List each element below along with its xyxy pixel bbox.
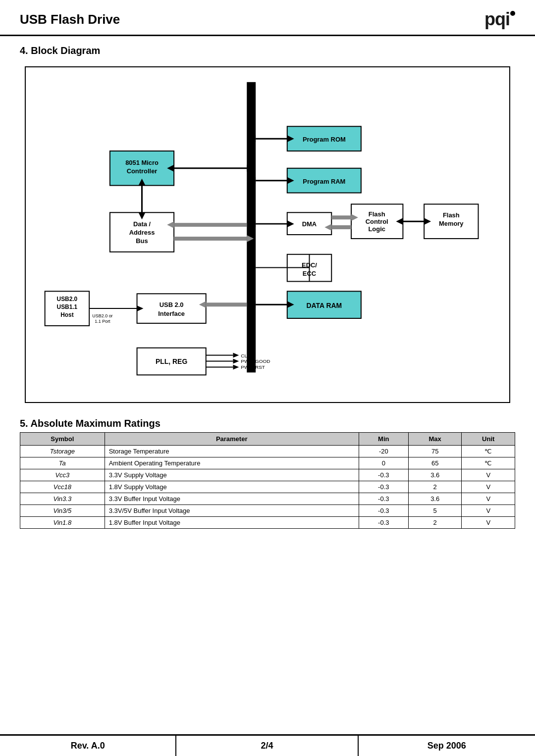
- table-cell: 3.3V Buffer Input Voltage: [105, 493, 359, 505]
- table-cell: ℃: [462, 446, 515, 457]
- table-cell: 2: [408, 481, 462, 493]
- svg-marker-77: [233, 364, 239, 369]
- table-cell: 1.8V Supply Voltage: [105, 481, 359, 493]
- table-cell: -0.3: [359, 481, 408, 493]
- svg-text:Control: Control: [366, 218, 388, 225]
- svg-text:Controller: Controller: [127, 167, 158, 175]
- table-cell: Storage Temperature: [105, 446, 359, 457]
- svg-text:Logic: Logic: [368, 225, 385, 233]
- svg-text:USB 2.0: USB 2.0: [160, 301, 184, 308]
- svg-text:Program ROM: Program ROM: [303, 136, 346, 143]
- svg-text:Flash: Flash: [443, 211, 460, 219]
- table-cell: Tstorage: [20, 446, 105, 457]
- table-cell: 3.3V/5V Buffer Input Voltage: [105, 505, 359, 517]
- svg-text:PWR_RST: PWR_RST: [241, 364, 265, 370]
- table-cell: V: [462, 505, 515, 517]
- table-row: Vin1.81.8V Buffer Input Voltage-0.32V: [20, 517, 515, 529]
- svg-text:PWR_GOOD: PWR_GOOD: [241, 358, 270, 364]
- svg-text:Host: Host: [60, 311, 73, 318]
- page-title: USB Flash Drive: [20, 12, 120, 27]
- svg-text:Program RAM: Program RAM: [303, 178, 345, 185]
- svg-text:Address: Address: [129, 229, 155, 236]
- table-row: Vin3/53.3V/5V Buffer Input Voltage-0.35V: [20, 505, 515, 517]
- table-cell: Ambient Operating Temperature: [105, 457, 359, 469]
- table-row: Vcc181.8V Supply Voltage-0.32V: [20, 481, 515, 493]
- svg-text:Bus: Bus: [136, 237, 148, 245]
- table-cell: Vin3/5: [20, 505, 105, 517]
- table-cell: V: [462, 493, 515, 505]
- table-cell: Vcc18: [20, 481, 105, 493]
- table-cell: -20: [359, 446, 408, 457]
- table-cell: 0: [359, 457, 408, 469]
- table-cell: 3.6: [408, 493, 462, 505]
- svg-text:DATA RAM: DATA RAM: [307, 302, 342, 309]
- table-cell: -0.3: [359, 469, 408, 481]
- col-parameter: Parameter: [105, 433, 359, 446]
- table-row: Vin3.33.3V Buffer Input Voltage-0.33.6V: [20, 493, 515, 505]
- col-unit: Unit: [462, 433, 515, 446]
- svg-text:Data /: Data /: [133, 220, 151, 228]
- footer-date: Sep 2006: [359, 736, 535, 756]
- col-symbol: Symbol: [20, 433, 105, 446]
- table-cell: ℃: [462, 457, 515, 469]
- svg-text:PLL, REG: PLL, REG: [156, 357, 187, 365]
- col-min: Min: [359, 433, 408, 446]
- svg-text:Flash: Flash: [369, 210, 385, 218]
- footer: Rev. A.0 2/4 Sep 2006: [0, 734, 535, 756]
- diagram-svg: 8051 Micro Controller Program ROM Progra…: [26, 67, 509, 402]
- svg-marker-75: [233, 359, 239, 364]
- table-cell: 2: [408, 517, 462, 529]
- block-diagram-area: 8051 Micro Controller Program ROM Progra…: [0, 61, 535, 413]
- table-cell: 3.3V Supply Voltage: [105, 469, 359, 481]
- table-row: TaAmbient Operating Temperature065℃: [20, 457, 515, 469]
- logo: pqi: [484, 9, 515, 30]
- svg-text:8051 Micro: 8051 Micro: [125, 159, 159, 166]
- table-cell: 1.8V Buffer Input Voltage: [105, 517, 359, 529]
- table-cell: -0.3: [359, 517, 408, 529]
- table-cell: -0.3: [359, 505, 408, 517]
- svg-text:1.1 Port: 1.1 Port: [95, 319, 110, 324]
- table-cell: 75: [408, 446, 462, 457]
- section4-heading: 4. Block Diagram: [0, 36, 535, 61]
- table-cell: V: [462, 481, 515, 493]
- table-cell: V: [462, 469, 515, 481]
- table-section: 5. Absolute Maximum Ratings Symbol Param…: [0, 413, 535, 539]
- logo-dot: [510, 11, 515, 16]
- col-max: Max: [408, 433, 462, 446]
- svg-text:Interface: Interface: [158, 310, 185, 317]
- table-cell: V: [462, 517, 515, 529]
- table-cell: Ta: [20, 457, 105, 469]
- svg-rect-0: [247, 82, 256, 373]
- table-row: TstorageStorage Temperature-2075℃: [20, 446, 515, 457]
- table-cell: -0.3: [359, 493, 408, 505]
- table-cell: 5: [408, 505, 462, 517]
- table-cell: 3.6: [408, 469, 462, 481]
- svg-text:Memory: Memory: [439, 220, 464, 227]
- svg-text:USB1.1: USB1.1: [57, 303, 78, 310]
- svg-text:CLK: CLK: [241, 353, 251, 358]
- svg-marker-73: [233, 353, 239, 358]
- table-row: Vcc33.3V Supply Voltage-0.33.6V: [20, 469, 515, 481]
- svg-text:DMA: DMA: [302, 220, 317, 228]
- svg-text:USB2.0 or: USB2.0 or: [92, 313, 112, 318]
- block-diagram: 8051 Micro Controller Program ROM Progra…: [25, 66, 510, 403]
- footer-rev: Rev. A.0: [0, 736, 176, 756]
- table-cell: 65: [408, 457, 462, 469]
- table-cell: Vcc3: [20, 469, 105, 481]
- header: USB Flash Drive pqi: [0, 0, 535, 36]
- section5-heading: 5. Absolute Maximum Ratings: [20, 418, 515, 429]
- footer-page: 2/4: [176, 736, 358, 756]
- table-cell: Vin3.3: [20, 493, 105, 505]
- svg-text:USB2.0: USB2.0: [57, 296, 78, 302]
- ratings-table: Symbol Parameter Min Max Unit TstorageSt…: [20, 432, 515, 529]
- table-cell: Vin1.8: [20, 517, 105, 529]
